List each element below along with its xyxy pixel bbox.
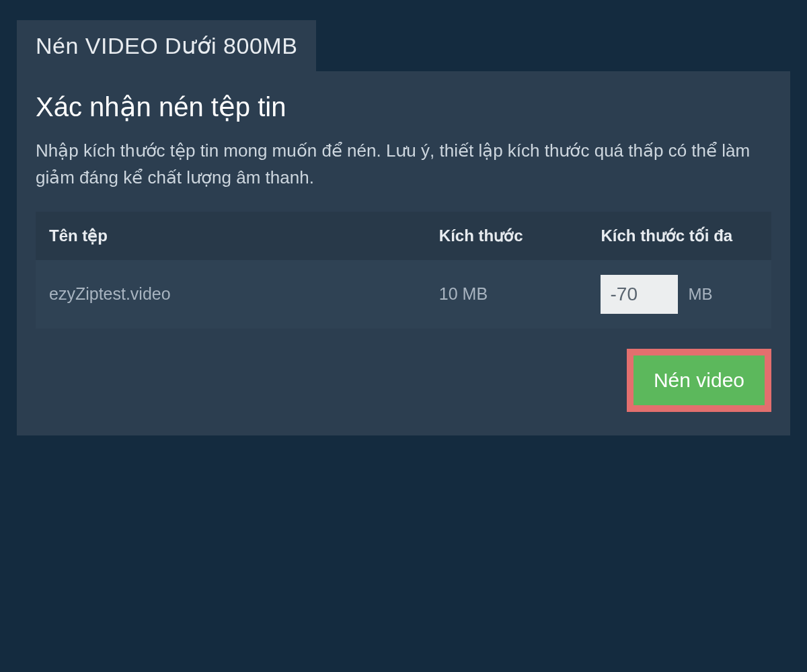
panel-heading: Xác nhận nén tệp tin	[36, 91, 771, 122]
compression-panel: Xác nhận nén tệp tin Nhập kích thước tệp…	[17, 71, 790, 435]
actions-row: Nén video	[36, 349, 771, 412]
compress-button[interactable]: Nén video	[627, 349, 771, 412]
column-header-maxsize: Kích thước tối đa	[587, 212, 771, 260]
maxsize-wrapper: MB	[601, 275, 758, 314]
files-table: Tên tệp Kích thước Kích thước tối đa ezy…	[36, 212, 771, 329]
maxsize-input[interactable]	[601, 275, 678, 314]
cell-size: 10 MB	[426, 260, 588, 329]
cell-filename: ezyZiptest.video	[36, 260, 426, 329]
tab-compress-video[interactable]: Nén VIDEO Dưới 800MB	[17, 20, 316, 71]
column-header-filename: Tên tệp	[36, 212, 426, 260]
maxsize-unit: MB	[688, 285, 712, 304]
panel-description: Nhập kích thước tệp tin mong muốn để nén…	[36, 137, 771, 192]
tab-label: Nén VIDEO Dưới 800MB	[36, 33, 297, 58]
app-container: Nén VIDEO Dưới 800MB Xác nhận nén tệp ti…	[17, 20, 790, 435]
table-row: ezyZiptest.video 10 MB MB	[36, 260, 771, 329]
compress-button-label: Nén video	[654, 369, 744, 391]
table-header-row: Tên tệp Kích thước Kích thước tối đa	[36, 212, 771, 260]
column-header-size: Kích thước	[426, 212, 588, 260]
cell-maxsize: MB	[587, 260, 771, 329]
